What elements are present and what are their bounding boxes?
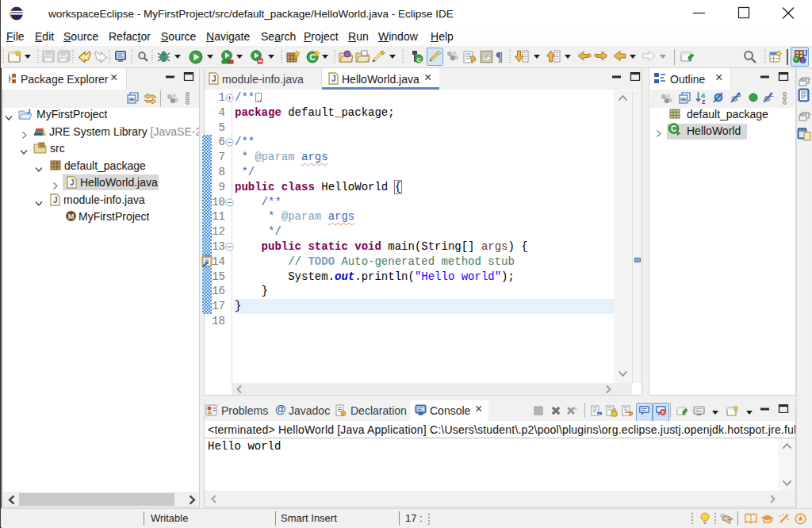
svg-text:J: J: [27, 108, 30, 115]
svg-text:J: J: [70, 178, 75, 187]
svg-text:C: C: [310, 53, 316, 62]
svg-text:M: M: [68, 212, 75, 220]
svg-text:J: J: [803, 50, 807, 58]
svg-text:C: C: [417, 56, 422, 63]
svg-text:J: J: [53, 196, 58, 205]
svg-text:z: z: [702, 98, 706, 104]
svg-text:J: J: [212, 75, 216, 83]
svg-text:J: J: [331, 75, 336, 83]
svg-text:C: C: [671, 124, 676, 133]
